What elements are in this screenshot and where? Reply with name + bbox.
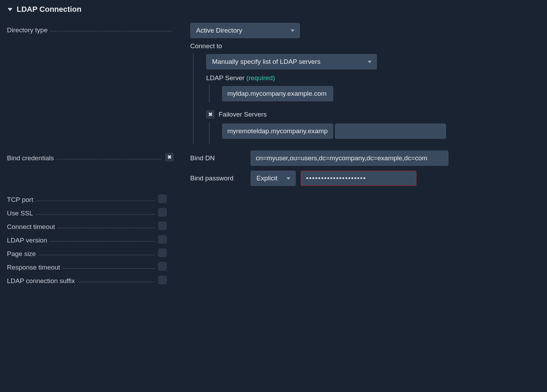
dots — [63, 268, 155, 269]
form-body: Directory type Active Directory Connect … — [0, 20, 547, 293]
ldap-server-block: LDAP Server (required) — [206, 74, 540, 103]
page-size-row: Page size — [7, 250, 540, 258]
response-timeout-checkbox[interactable] — [158, 262, 167, 271]
dots — [50, 241, 155, 242]
failover-header: ✖ Failover Servers — [206, 110, 540, 119]
chevron-down-icon — [291, 29, 295, 32]
use-ssl-row: Use SSL — [7, 209, 540, 218]
page-size-label: Page size — [7, 250, 39, 258]
directory-type-label: Directory type — [7, 26, 50, 34]
bind-dn-label: Bind DN — [190, 154, 246, 162]
dots — [36, 201, 155, 201]
failover-label: Failover Servers — [219, 111, 267, 118]
required-indicator: (required) — [246, 74, 275, 82]
connect-to-section: Connect to Manually specify list of LDAP… — [190, 42, 540, 144]
ldap-connection-suffix-checkbox[interactable] — [158, 276, 167, 284]
section-title: LDAP Connection — [17, 5, 82, 14]
dots — [58, 228, 155, 228]
bind-credentials-row: Bind credentials ✖ Bind DN Bind password… — [7, 151, 540, 191]
page-size-checkbox[interactable] — [158, 249, 167, 257]
bind-password-label: Bind password — [190, 174, 246, 182]
connect-to-select[interactable]: Manually specify list of LDAP servers — [206, 54, 377, 69]
chevron-down-icon — [368, 61, 372, 63]
dots — [57, 159, 162, 160]
ldap-connection-suffix-row: LDAP connection suffix — [7, 277, 540, 285]
directory-type-row: Directory type Active Directory Connect … — [7, 23, 540, 144]
ldap-connection-suffix-label: LDAP connection suffix — [7, 277, 78, 285]
tcp-port-label: TCP port — [7, 196, 36, 204]
tcp-port-row: TCP port — [7, 196, 540, 204]
dots — [50, 31, 171, 32]
ldap-version-row: LDAP version — [7, 236, 540, 245]
bind-password-mode-select[interactable]: Explicit — [251, 171, 296, 186]
directory-type-value: Active Directory — [196, 27, 242, 34]
response-timeout-row: Response timeout — [7, 263, 540, 272]
bind-password-mode-value: Explicit — [256, 174, 277, 182]
connect-timeout-row: Connect timeout — [7, 223, 540, 231]
dots — [78, 282, 155, 282]
ldap-version-checkbox[interactable] — [158, 235, 167, 244]
dots — [36, 214, 155, 215]
ldap-server-label: LDAP Server (required) — [206, 74, 540, 82]
bind-credentials-label: Bind credentials — [7, 154, 57, 162]
bind-dn-input[interactable] — [251, 151, 448, 166]
remove-bind-credentials-button[interactable]: ✖ — [165, 153, 174, 161]
connect-timeout-label: Connect timeout — [7, 223, 58, 231]
simple-fields: TCP port Use SSL Connect timeout LDAP ve… — [7, 196, 540, 285]
bind-password-input[interactable] — [301, 171, 416, 186]
use-ssl-label: Use SSL — [7, 210, 36, 217]
failover-server-input-0[interactable] — [222, 123, 333, 139]
connect-to-value: Manually specify list of LDAP servers — [212, 58, 320, 66]
ldap-server-input[interactable] — [222, 86, 333, 101]
bind-dn-row: Bind DN — [190, 151, 540, 166]
connect-to-label: Connect to — [190, 42, 540, 50]
remove-failover-button[interactable]: ✖ — [206, 110, 214, 119]
response-timeout-label: Response timeout — [7, 264, 63, 271]
collapse-icon — [8, 8, 12, 11]
chevron-down-icon — [286, 177, 291, 180]
section-header[interactable]: LDAP Connection — [0, 0, 547, 20]
failover-server-input-1[interactable] — [335, 123, 446, 139]
bind-password-row: Bind password Explicit — [190, 171, 540, 186]
dots — [39, 255, 155, 255]
close-icon: ✖ — [208, 111, 213, 118]
ldap-version-label: LDAP version — [7, 237, 50, 244]
connect-timeout-checkbox[interactable] — [158, 222, 167, 230]
close-icon: ✖ — [167, 154, 172, 160]
tcp-port-checkbox[interactable] — [158, 195, 167, 203]
ldap-server-label-text: LDAP Server — [206, 74, 245, 82]
directory-type-select[interactable]: Active Directory — [190, 23, 300, 38]
use-ssl-checkbox[interactable] — [158, 208, 167, 216]
connect-to-body: Manually specify list of LDAP servers LD… — [193, 53, 540, 144]
